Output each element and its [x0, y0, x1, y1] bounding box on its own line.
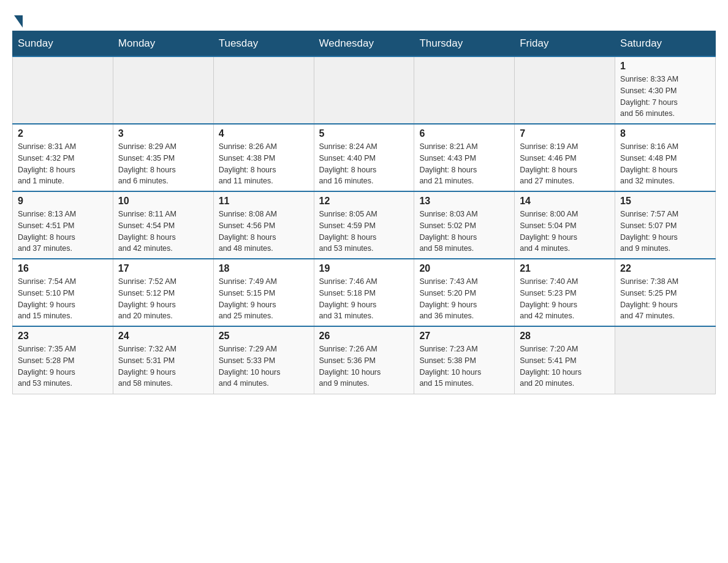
calendar-cell: 2Sunrise: 8:31 AM Sunset: 4:32 PM Daylig… [13, 124, 113, 191]
week-row-5: 23Sunrise: 7:35 AM Sunset: 5:28 PM Dayli… [13, 326, 716, 394]
day-number: 13 [419, 196, 509, 207]
day-info: Sunrise: 8:16 AM Sunset: 4:48 PM Dayligh… [620, 141, 710, 187]
page-header [12, 12, 716, 25]
day-number: 19 [319, 263, 409, 274]
day-number: 15 [620, 196, 710, 207]
calendar-cell: 1Sunrise: 8:33 AM Sunset: 4:30 PM Daylig… [615, 56, 716, 124]
day-number: 5 [319, 128, 409, 139]
day-info: Sunrise: 7:54 AM Sunset: 5:10 PM Dayligh… [18, 276, 108, 322]
calendar-cell: 12Sunrise: 8:05 AM Sunset: 4:59 PM Dayli… [314, 191, 414, 259]
day-number: 10 [118, 196, 208, 207]
day-info: Sunrise: 8:29 AM Sunset: 4:35 PM Dayligh… [118, 141, 208, 187]
calendar-cell: 10Sunrise: 8:11 AM Sunset: 4:54 PM Dayli… [113, 191, 213, 259]
calendar-cell: 15Sunrise: 7:57 AM Sunset: 5:07 PM Dayli… [615, 191, 716, 259]
week-row-3: 9Sunrise: 8:13 AM Sunset: 4:51 PM Daylig… [13, 191, 716, 259]
day-info: Sunrise: 8:08 AM Sunset: 4:56 PM Dayligh… [219, 209, 309, 255]
day-info: Sunrise: 8:33 AM Sunset: 4:30 PM Dayligh… [620, 74, 710, 120]
day-number: 4 [219, 128, 309, 139]
day-info: Sunrise: 7:38 AM Sunset: 5:25 PM Dayligh… [620, 276, 710, 322]
day-number: 20 [419, 263, 509, 274]
day-info: Sunrise: 8:11 AM Sunset: 4:54 PM Dayligh… [118, 209, 208, 255]
calendar-cell: 6Sunrise: 8:21 AM Sunset: 4:43 PM Daylig… [414, 124, 515, 191]
day-info: Sunrise: 7:32 AM Sunset: 5:31 PM Dayligh… [118, 343, 208, 389]
weekday-header-row: SundayMondayTuesdayWednesdayThursdayFrid… [13, 31, 716, 57]
day-info: Sunrise: 7:29 AM Sunset: 5:33 PM Dayligh… [219, 343, 309, 389]
calendar-cell: 14Sunrise: 8:00 AM Sunset: 5:04 PM Dayli… [515, 191, 615, 259]
calendar-cell: 16Sunrise: 7:54 AM Sunset: 5:10 PM Dayli… [13, 259, 113, 326]
day-info: Sunrise: 7:52 AM Sunset: 5:12 PM Dayligh… [118, 276, 208, 322]
day-number: 27 [419, 331, 509, 342]
calendar-cell [414, 56, 515, 124]
day-info: Sunrise: 7:26 AM Sunset: 5:36 PM Dayligh… [319, 343, 409, 389]
day-info: Sunrise: 8:00 AM Sunset: 5:04 PM Dayligh… [520, 209, 610, 255]
calendar-cell: 4Sunrise: 8:26 AM Sunset: 4:38 PM Daylig… [213, 124, 314, 191]
day-number: 2 [18, 128, 108, 139]
weekday-header-wednesday: Wednesday [314, 31, 414, 57]
day-number: 8 [620, 128, 710, 139]
day-number: 24 [118, 331, 208, 342]
weekday-header-sunday: Sunday [13, 31, 113, 57]
day-number: 14 [520, 196, 610, 207]
calendar-cell [13, 56, 113, 124]
calendar-cell [615, 326, 716, 394]
calendar-cell: 7Sunrise: 8:19 AM Sunset: 4:46 PM Daylig… [515, 124, 615, 191]
day-info: Sunrise: 7:57 AM Sunset: 5:07 PM Dayligh… [620, 209, 710, 255]
week-row-1: 1Sunrise: 8:33 AM Sunset: 4:30 PM Daylig… [13, 56, 716, 124]
calendar-table: SundayMondayTuesdayWednesdayThursdayFrid… [12, 31, 716, 394]
calendar-cell [213, 56, 314, 124]
weekday-header-tuesday: Tuesday [213, 31, 314, 57]
day-info: Sunrise: 7:23 AM Sunset: 5:38 PM Dayligh… [419, 343, 509, 389]
calendar-cell: 24Sunrise: 7:32 AM Sunset: 5:31 PM Dayli… [113, 326, 213, 394]
calendar-cell: 8Sunrise: 8:16 AM Sunset: 4:48 PM Daylig… [615, 124, 716, 191]
day-info: Sunrise: 7:35 AM Sunset: 5:28 PM Dayligh… [18, 343, 108, 389]
day-number: 16 [18, 263, 108, 274]
day-number: 9 [18, 196, 108, 207]
day-number: 28 [520, 331, 610, 342]
day-info: Sunrise: 8:26 AM Sunset: 4:38 PM Dayligh… [219, 141, 309, 187]
day-number: 3 [118, 128, 208, 139]
day-number: 6 [419, 128, 509, 139]
day-number: 11 [219, 196, 309, 207]
calendar-cell: 25Sunrise: 7:29 AM Sunset: 5:33 PM Dayli… [213, 326, 314, 394]
day-info: Sunrise: 7:46 AM Sunset: 5:18 PM Dayligh… [319, 276, 409, 322]
calendar-cell: 21Sunrise: 7:40 AM Sunset: 5:23 PM Dayli… [515, 259, 615, 326]
calendar-cell: 18Sunrise: 7:49 AM Sunset: 5:15 PM Dayli… [213, 259, 314, 326]
day-info: Sunrise: 7:49 AM Sunset: 5:15 PM Dayligh… [219, 276, 309, 322]
weekday-header-monday: Monday [113, 31, 213, 57]
calendar-cell: 28Sunrise: 7:20 AM Sunset: 5:41 PM Dayli… [515, 326, 615, 394]
calendar-cell: 5Sunrise: 8:24 AM Sunset: 4:40 PM Daylig… [314, 124, 414, 191]
logo [12, 12, 23, 25]
week-row-2: 2Sunrise: 8:31 AM Sunset: 4:32 PM Daylig… [13, 124, 716, 191]
calendar-cell: 22Sunrise: 7:38 AM Sunset: 5:25 PM Dayli… [615, 259, 716, 326]
calendar-cell: 17Sunrise: 7:52 AM Sunset: 5:12 PM Dayli… [113, 259, 213, 326]
day-number: 18 [219, 263, 309, 274]
calendar-cell: 13Sunrise: 8:03 AM Sunset: 5:02 PM Dayli… [414, 191, 515, 259]
calendar-cell [515, 56, 615, 124]
calendar-cell: 11Sunrise: 8:08 AM Sunset: 4:56 PM Dayli… [213, 191, 314, 259]
calendar-cell: 20Sunrise: 7:43 AM Sunset: 5:20 PM Dayli… [414, 259, 515, 326]
day-number: 25 [219, 331, 309, 342]
day-number: 12 [319, 196, 409, 207]
day-info: Sunrise: 7:43 AM Sunset: 5:20 PM Dayligh… [419, 276, 509, 322]
day-number: 17 [118, 263, 208, 274]
calendar-cell: 19Sunrise: 7:46 AM Sunset: 5:18 PM Dayli… [314, 259, 414, 326]
week-row-4: 16Sunrise: 7:54 AM Sunset: 5:10 PM Dayli… [13, 259, 716, 326]
day-number: 7 [520, 128, 610, 139]
weekday-header-friday: Friday [515, 31, 615, 57]
day-info: Sunrise: 8:05 AM Sunset: 4:59 PM Dayligh… [319, 209, 409, 255]
day-info: Sunrise: 8:13 AM Sunset: 4:51 PM Dayligh… [18, 209, 108, 255]
calendar-cell: 9Sunrise: 8:13 AM Sunset: 4:51 PM Daylig… [13, 191, 113, 259]
day-info: Sunrise: 8:03 AM Sunset: 5:02 PM Dayligh… [419, 209, 509, 255]
calendar-cell: 3Sunrise: 8:29 AM Sunset: 4:35 PM Daylig… [113, 124, 213, 191]
logo-arrow-icon [14, 15, 23, 28]
weekday-header-thursday: Thursday [414, 31, 515, 57]
calendar-cell [113, 56, 213, 124]
calendar-cell: 23Sunrise: 7:35 AM Sunset: 5:28 PM Dayli… [13, 326, 113, 394]
day-info: Sunrise: 8:21 AM Sunset: 4:43 PM Dayligh… [419, 141, 509, 187]
calendar-cell [314, 56, 414, 124]
day-number: 1 [620, 61, 710, 72]
day-info: Sunrise: 8:31 AM Sunset: 4:32 PM Dayligh… [18, 141, 108, 187]
day-info: Sunrise: 8:24 AM Sunset: 4:40 PM Dayligh… [319, 141, 409, 187]
calendar-cell: 27Sunrise: 7:23 AM Sunset: 5:38 PM Dayli… [414, 326, 515, 394]
day-number: 26 [319, 331, 409, 342]
